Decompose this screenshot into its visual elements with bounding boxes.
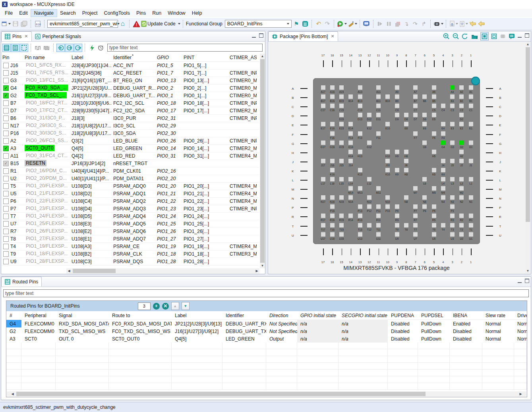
package-pin-P3[interactable] <box>450 204 455 209</box>
package-pin-H8[interactable] <box>404 150 408 154</box>
routed-pin-number[interactable]: G4 <box>6 320 21 327</box>
package-pin-B2[interactable] <box>459 94 464 99</box>
minimize-icon[interactable] <box>252 34 256 38</box>
package-pin-J15[interactable] <box>339 159 344 163</box>
package-pin-M13[interactable] <box>358 186 362 191</box>
package-pin-E2[interactable] <box>459 122 464 126</box>
pin-row-A2[interactable]: A2PIO0_26/FC3_SS...Q3[2]LED_BLUEPIO0_26P… <box>2 137 259 145</box>
package-pin-J8[interactable] <box>404 159 408 163</box>
package-pin-E10[interactable] <box>385 122 390 126</box>
scroll-right-icon[interactable]: ▶ <box>518 391 523 397</box>
package-pin-L2[interactable] <box>459 177 464 181</box>
package-pin-U3[interactable] <box>450 232 455 237</box>
move-down-button[interactable]: ▼ <box>182 302 190 310</box>
package-pin-T2[interactable] <box>459 223 464 227</box>
package-pin-L15[interactable] <box>339 177 344 181</box>
package-pin-T11[interactable] <box>376 223 381 227</box>
package-pin-N4[interactable] <box>441 195 445 200</box>
show-unrouted-pins-icon[interactable] <box>20 44 28 52</box>
pin-checkbox-T8[interactable] <box>3 236 9 242</box>
package-pin-T12[interactable] <box>367 223 371 227</box>
routed-column-header-peripheral[interactable]: Peripheral <box>21 311 56 320</box>
pin-checkbox-B15[interactable]: ✓ <box>3 161 9 166</box>
package-pin-A15[interactable] <box>339 85 344 90</box>
package-pin-R5[interactable] <box>432 214 436 218</box>
package-pin-G6[interactable] <box>422 141 427 145</box>
package-pin-G15[interactable] <box>339 141 344 145</box>
pin-checkbox-B7[interactable] <box>3 100 9 106</box>
package-pin-C17[interactable] <box>321 104 325 108</box>
package-bottom-view-icon[interactable] <box>491 33 497 39</box>
package-pin-F13[interactable] <box>358 131 362 136</box>
package-pin-R2[interactable] <box>459 214 464 218</box>
pin-row-R7[interactable]: R7PIO1_26/FLEXSP...U108[E2]PSRAM_ADQ6PIO… <box>2 228 259 235</box>
package-pin-C3[interactable] <box>450 104 455 108</box>
package-pin-U5[interactable] <box>432 232 436 237</box>
package-pin-L1[interactable] <box>469 177 473 181</box>
package-pin-P7[interactable] <box>413 204 418 209</box>
new-wizard-dropdown-icon[interactable] <box>8 23 11 25</box>
package-pin-B6[interactable] <box>422 94 427 99</box>
console-icon[interactable] <box>363 19 371 28</box>
package-pin-T13[interactable] <box>358 223 362 227</box>
routed-column-header-route-to[interactable]: Route to <box>109 311 172 320</box>
scroll-right-icon[interactable]: ▶ <box>254 268 259 273</box>
undo-icon[interactable]: ↶ <box>315 19 323 28</box>
show-pins-table-icon[interactable] <box>3 44 10 52</box>
routed-column-header-signal[interactable]: Signal <box>56 311 109 320</box>
pin-checkbox-U5[interactable] <box>3 191 9 196</box>
package-pin-F11[interactable] <box>376 131 381 136</box>
binary-file-button[interactable]: 010 <box>34 19 42 28</box>
package-pin-P13[interactable] <box>358 204 362 209</box>
scroll-down-icon[interactable]: ▼ <box>260 263 265 268</box>
routed-column-header-secgpio-initial-state[interactable]: SECGPIO initial state <box>339 311 388 320</box>
pin-row-G3[interactable]: G3PIO0_13/FC1_SS...J1[6]/Q16[1]/BT_...BT… <box>2 77 259 85</box>
pin-row-A11[interactable]: A11PIO0_31/FC4_CT...Q4[2]LED_REDPIO0_31P… <box>2 152 259 160</box>
show-dedicated-pins-icon[interactable] <box>12 44 19 52</box>
package-pin-K10[interactable] <box>385 168 390 172</box>
package-pin-R3[interactable] <box>450 214 455 218</box>
maximize-icon[interactable] <box>525 279 529 283</box>
package-top-view-icon[interactable] <box>481 33 488 40</box>
overview-list-button[interactable] <box>301 19 309 28</box>
menu-help[interactable]: Help <box>189 10 205 17</box>
scroll-down-icon[interactable]: ▼ <box>525 268 530 273</box>
menu-search[interactable]: Search <box>57 10 79 17</box>
menu-navigate[interactable]: Navigate <box>31 10 57 17</box>
package-pin-A5[interactable] <box>432 85 436 90</box>
package-pin-P5[interactable] <box>432 204 436 209</box>
package-pin-G14[interactable] <box>348 141 353 145</box>
routed-row-G2[interactable]: G2FLEXCOMM0TXD_SCL_MISO_WSFC0_TXD_SCL_MI… <box>6 327 527 335</box>
package-pin-K9[interactable] <box>395 168 399 172</box>
package-canvas[interactable]: 1717161615151414131312121111101099887766… <box>269 42 525 273</box>
open-folder-icon[interactable] <box>471 34 478 39</box>
timer-icon[interactable] <box>97 44 104 52</box>
pin-checkbox-B6[interactable] <box>3 116 9 121</box>
package-pin-R11[interactable] <box>376 214 381 218</box>
export-dropdown-icon[interactable] <box>466 23 468 25</box>
package-pin-U11[interactable] <box>376 232 381 237</box>
package-pin-G2[interactable] <box>459 141 464 145</box>
column-header-pint[interactable]: PINT <box>182 54 228 62</box>
package-pin-C9[interactable] <box>395 104 399 108</box>
package-pin-E14[interactable] <box>348 122 353 126</box>
update-code-dropdown-icon[interactable] <box>178 23 180 25</box>
pin-checkbox-T9[interactable] <box>3 251 9 257</box>
route-input-icon[interactable] <box>57 44 64 52</box>
run-dropdown-icon[interactable] <box>344 23 347 25</box>
package-pin-J2[interactable] <box>459 159 464 163</box>
package-pin-L3[interactable] <box>450 177 455 181</box>
pin-row-U9[interactable]: U9PIO1_28/FLEXSP...U108[C3]PSRAM_DQSPIO1… <box>2 258 259 266</box>
update-code-button[interactable]: Update Code <box>141 19 180 28</box>
package-pin-N6[interactable] <box>422 195 427 200</box>
tab-peripheral-signals[interactable]: Peripheral Signals <box>32 31 84 41</box>
pin-checkbox-J15[interactable] <box>3 70 9 76</box>
external-tools-dropdown-icon[interactable] <box>355 23 357 25</box>
package-pin-B9[interactable] <box>395 94 399 99</box>
package-pin-F14[interactable] <box>348 131 353 136</box>
package-pin-K13[interactable] <box>358 168 362 172</box>
package-pin-R7[interactable] <box>413 214 418 218</box>
package-pin-J14[interactable] <box>348 159 353 163</box>
routed-table-header[interactable]: #PeripheralSignalRoute toLabelIdentifier… <box>6 311 527 320</box>
save-all-button[interactable] <box>20 19 28 28</box>
